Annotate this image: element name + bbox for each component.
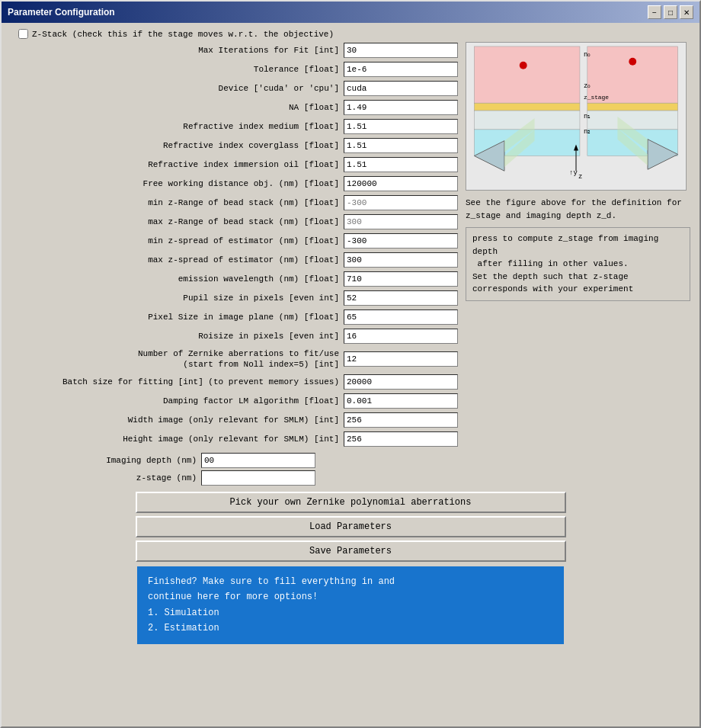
zstack-checkbox[interactable]	[18, 29, 28, 39]
field-row-13: Pupil size in pixels [even int]	[11, 290, 458, 306]
field-input-12[interactable]	[344, 271, 458, 287]
field-input-20[interactable]	[344, 431, 458, 447]
field-input-14[interactable]	[344, 309, 458, 325]
field-label-18: Damping factor LM algorithm [float]	[11, 396, 344, 406]
zstack-row: Z-Stack (check this if the stage moves w…	[11, 29, 690, 39]
z-stage-row: z-stage (nm)	[11, 470, 690, 486]
field-input-6[interactable]	[344, 157, 458, 172]
info-link2[interactable]: 2. Estimation	[148, 623, 219, 633]
svg-point-10	[629, 58, 636, 66]
hint-box: press to compute z_stage from imaging de…	[466, 227, 690, 301]
field-input-13[interactable]	[344, 290, 458, 306]
svg-text:z: z	[578, 173, 582, 181]
maximize-button[interactable]: □	[664, 5, 677, 19]
info-link2-row: 2. Estimation	[148, 621, 553, 636]
minimize-button[interactable]: −	[648, 5, 661, 19]
field-label-7: Free working distance obj. (nm) [float]	[11, 178, 344, 189]
field-input-1[interactable]	[344, 62, 458, 77]
field-label-4: Refractive index medium [float]	[11, 121, 344, 132]
field-label-2: Device ['cuda' or 'cpu']	[11, 83, 344, 94]
svg-rect-1	[474, 47, 580, 103]
zstack-label: Z-Stack (check this if the stage moves w…	[32, 30, 334, 39]
content-area: Z-Stack (check this if the stage moves w…	[2, 23, 699, 655]
field-row-2: Device ['cuda' or 'cpu']	[11, 80, 458, 97]
main-window: Parameter Configuration − □ ✕ Z-Stack (c…	[0, 0, 701, 728]
info-link1-row: 1. Simulation	[148, 605, 553, 621]
field-label-17: Batch size for fitting [int] (to prevent…	[11, 377, 344, 387]
svg-text:z₀: z₀	[584, 82, 591, 90]
field-label-14: Pixel Size in image plane (nm) [float]	[11, 312, 344, 322]
field-label-0: Max Iterations for Fit [int]	[11, 45, 344, 56]
svg-text:n₁: n₁	[584, 113, 591, 120]
field-row-8: min z-Range of bead stack (nm) [float]	[11, 194, 458, 211]
svg-text:n₀: n₀	[584, 51, 591, 59]
info-box: Finished? Make sure to fill everything i…	[137, 566, 564, 644]
field-row-20: Height image (only relevant for SMLM) [i…	[11, 431, 458, 447]
info-line2: continue here for more options!	[148, 589, 553, 605]
field-row-0: Max Iterations for Fit [int]	[11, 42, 458, 59]
diagram-caption-text: See the figure above for the definition …	[466, 198, 682, 220]
field-input-11[interactable]	[344, 252, 458, 268]
diagram-box: n₀ z₀ z_stage n₁ n₂ z ↑y	[466, 42, 687, 191]
svg-rect-6	[587, 103, 678, 111]
field-label-10: min z-spread of estimator (nm) [float]	[11, 236, 344, 246]
field-input-16[interactable]	[344, 351, 458, 367]
field-input-5[interactable]	[344, 138, 458, 153]
right-panel: n₀ z₀ z_stage n₁ n₂ z ↑y	[466, 42, 690, 450]
field-input-3[interactable]	[344, 100, 458, 115]
field-label-19: Width image (only relevant for SMLM) [in…	[11, 415, 344, 425]
imaging-depth-label: Imaging depth (nm)	[11, 456, 201, 465]
info-line1: Finished? Make sure to fill everything i…	[148, 574, 553, 589]
field-label-9: max z-Range of bead stack (nm) [float]	[11, 216, 344, 227]
field-input-10[interactable]	[344, 233, 458, 249]
svg-text:↑y: ↑y	[569, 169, 578, 177]
field-label-13: Pupil size in pixels [even int]	[11, 293, 344, 303]
field-label-3: NA [float]	[11, 102, 344, 113]
svg-text:z_stage: z_stage	[584, 94, 609, 101]
close-button[interactable]: ✕	[680, 5, 693, 19]
imaging-depth-input[interactable]	[201, 453, 315, 468]
field-label-6: Refractive index immersion oil [float]	[11, 159, 344, 170]
left-panel: Max Iterations for Fit [int] Tolerance […	[11, 42, 458, 450]
field-input-17[interactable]	[344, 374, 458, 390]
field-row-14: Pixel Size in image plane (nm) [float]	[11, 309, 458, 326]
field-input-2[interactable]	[344, 81, 458, 96]
diagram-caption: See the figure above for the definition …	[466, 195, 687, 223]
title-bar-buttons: − □ ✕	[648, 5, 693, 19]
field-label-16: Number of Zernike aberrations to fit/use…	[11, 348, 344, 370]
z-stage-input[interactable]	[201, 470, 315, 486]
field-row-19: Width image (only relevant for SMLM) [in…	[11, 412, 458, 428]
hint-text: press to compute z_stage from imaging de…	[472, 234, 658, 293]
field-row-17: Batch size for fitting [int] (to prevent…	[11, 374, 458, 390]
field-row-7: Free working distance obj. (nm) [float]	[11, 175, 458, 192]
field-row-6: Refractive index immersion oil [float]	[11, 156, 458, 173]
field-row-1: Tolerance [float]	[11, 61, 458, 78]
info-link1[interactable]: 1. Simulation	[148, 608, 219, 618]
field-row-9: max z-Range of bead stack (nm) [float]	[11, 213, 458, 230]
optical-diagram: n₀ z₀ z_stage n₁ n₂ z ↑y	[466, 43, 686, 190]
button-section: Pick your own Zernike polynomial aberrat…	[11, 492, 690, 562]
zernike-button[interactable]: Pick your own Zernike polynomial aberrat…	[136, 492, 566, 513]
field-label-8: min z-Range of bead stack (nm) [float]	[11, 197, 344, 208]
field-input-15[interactable]	[344, 329, 458, 344]
field-row-15: Roisize in pixels [even int]	[11, 328, 458, 345]
field-input-4[interactable]	[344, 119, 458, 134]
save-button[interactable]: Save Parameters	[136, 540, 566, 562]
field-label-1: Tolerance [float]	[11, 64, 344, 75]
window-title: Parameter Configuration	[8, 7, 115, 18]
field-row-3: NA [float]	[11, 99, 458, 116]
load-button[interactable]: Load Parameters	[136, 516, 566, 537]
field-input-9	[344, 214, 458, 229]
field-row-12: emission wavelength (nm) [float]	[11, 271, 458, 287]
svg-rect-5	[474, 103, 580, 111]
form-area: Max Iterations for Fit [int] Tolerance […	[11, 42, 690, 450]
svg-text:n₂: n₂	[584, 128, 591, 136]
field-row-11: max z-spread of estimator (nm) [float]	[11, 252, 458, 268]
field-input-7[interactable]	[344, 176, 458, 191]
svg-rect-8	[587, 111, 678, 130]
svg-point-9	[520, 62, 527, 69]
field-input-0[interactable]	[344, 43, 458, 58]
field-input-19[interactable]	[344, 412, 458, 428]
field-row-5: Refractive index coverglass [float]	[11, 137, 458, 154]
field-input-18[interactable]	[344, 393, 458, 409]
